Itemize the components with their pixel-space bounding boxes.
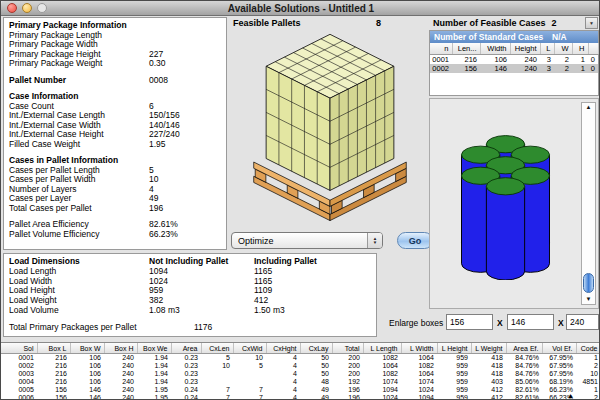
solution-row[interactable]: 0005156146240 1.950.2477 4491961094 1024… xyxy=(1,386,600,394)
solution-row[interactable]: 0006156146240 1.950.2477 4491961024 1094… xyxy=(1,394,600,400)
zoom-button[interactable] xyxy=(37,3,47,13)
info-value: 66.23% xyxy=(149,230,226,240)
load-row: Load Height 959 1109 xyxy=(9,286,376,296)
info-label: Pallet Volume Efficiency xyxy=(9,230,149,240)
info-value: 5 xyxy=(149,166,226,176)
info-row: Total Cases per Pallet 196 xyxy=(9,204,226,214)
enlarge-boxes-label: Enlarge boxes xyxy=(389,318,443,328)
load-row: Load Volume 1.08 m3 1.50 m3 xyxy=(9,306,376,316)
case-table-row[interactable]: 0001216 106240 32 10 xyxy=(430,55,598,65)
total-packages-row: Total Primary Packages per Pallet 1176 xyxy=(9,323,376,333)
chevron-down-icon: ▼ xyxy=(589,20,594,26)
info-value: 10 xyxy=(149,175,226,185)
solution-row[interactable]: 0003216106240 1.940.23 4502001082 106495… xyxy=(1,370,600,378)
info-row: Filled Case Weight 1.95 xyxy=(9,140,226,150)
standard-cases-header: Number of Standard Cases N/A xyxy=(430,31,598,43)
info-label: Total Cases per Pallet xyxy=(9,204,149,214)
load-value-incl: 1.50 m3 xyxy=(254,306,376,316)
solutions-header-row[interactable]: SolBox L Box WBox H Box WeArea CxLenCxWi… xyxy=(1,343,600,354)
pallet-3d-view xyxy=(234,29,426,233)
title-bar[interactable]: Available Solutions - Untitled 1 xyxy=(1,1,600,16)
feasible-cases-value: 2 xyxy=(546,18,562,28)
enlarge-height-input[interactable] xyxy=(507,314,554,330)
col-header-including: Including Pallet xyxy=(254,257,376,267)
case-table[interactable]: nLen... WidthHeight LW H 0001216 106240 … xyxy=(430,43,599,73)
enlarge-width-input[interactable] xyxy=(446,314,493,330)
load-value-incl: 1109 xyxy=(254,286,376,296)
case-3d-view xyxy=(448,127,563,280)
info-label: Primary Package Weight xyxy=(9,59,149,69)
info-value xyxy=(149,31,226,41)
feasible-cases-label: Number of Feasible Cases xyxy=(433,18,546,28)
sort-up-indicator-icon: ▲ xyxy=(567,392,574,399)
dimension-separator: X xyxy=(558,318,564,328)
pallet-number-label: Pallet Number xyxy=(9,76,149,86)
info-row: Primary Package Weight 0.30 xyxy=(9,59,226,69)
pallet-number-row: Pallet Number 0008 xyxy=(9,76,226,86)
minimize-button[interactable] xyxy=(22,3,32,13)
scroll-down-icon[interactable]: ▼ xyxy=(586,295,592,304)
case-table-row-selected[interactable]: 0002156 146240 32 10 xyxy=(430,64,598,73)
package-info-panel: Primary Package Information Primary Pack… xyxy=(3,17,227,250)
scrollbar-thumb[interactable] xyxy=(583,273,594,293)
standard-cases-value: N/A xyxy=(552,32,598,42)
scrollbar-track[interactable] xyxy=(582,112,595,295)
total-packages-value: 1176 xyxy=(194,323,212,333)
window-controls xyxy=(7,3,47,13)
info-value: 4 xyxy=(149,185,226,195)
feasible-pallets-count: 8 xyxy=(361,18,381,28)
window-title: Available Solutions - Untitled 1 xyxy=(228,3,374,14)
load-value-incl: 1165 xyxy=(254,277,376,287)
load-value-excl: 1024 xyxy=(149,277,254,287)
feasible-pallets-label: Feasible Pallets xyxy=(233,18,301,28)
solutions-table[interactable]: SolBox L Box WBox H Box WeArea CxLenCxWi… xyxy=(1,343,600,400)
load-row: Load Length 1094 1165 xyxy=(9,267,376,277)
solution-row[interactable]: 0004216106240 1.940.23 4481921074 107495… xyxy=(1,378,600,386)
dimension-separator: X xyxy=(497,318,503,328)
case-table-header-row[interactable]: nLen... WidthHeight LW H xyxy=(430,43,598,55)
enlarge-depth-input[interactable] xyxy=(566,314,599,330)
case-picture-panel: ▲ ▼ xyxy=(429,98,599,309)
load-value-excl: 959 xyxy=(149,286,254,296)
load-row: Load Weight 382 412 xyxy=(9,296,376,306)
info-value: 196 xyxy=(149,204,226,214)
load-value-excl: 1.08 m3 xyxy=(149,306,254,316)
load-value-incl: 1165 xyxy=(254,267,376,277)
solutions-table-panel: SolBox L Box WBox H Box WeArea CxLenCxWi… xyxy=(1,342,600,400)
case-view-scrollbar[interactable]: ▲ ▼ xyxy=(581,102,596,305)
optimize-dropdown[interactable]: Optimize ▲▼ xyxy=(231,232,383,249)
load-label: Load Volume xyxy=(9,306,149,316)
info-label: Filled Case Weight xyxy=(9,140,149,150)
total-packages-label: Total Primary Packages per Pallet xyxy=(9,323,194,333)
standard-cases-panel: Number of Standard Cases N/A nLen... Wid… xyxy=(429,30,599,96)
application-window: Available Solutions - Untitled 1 Primary… xyxy=(0,0,600,400)
close-button[interactable] xyxy=(7,3,17,13)
efficiency-row: Pallet Volume Efficiency 66.23% xyxy=(9,230,226,240)
info-value: 0.30 xyxy=(149,59,226,69)
load-dimensions-panel: Load Dimensions Not Including Pallet Inc… xyxy=(3,253,377,337)
scroll-up-icon[interactable]: ▲ xyxy=(586,103,592,112)
feasible-cases-dropdown-button[interactable]: ▼ xyxy=(585,17,598,29)
info-value: 1.95 xyxy=(149,140,226,150)
solution-row[interactable]: 0002216106240 1.940.23105 4502001064 108… xyxy=(1,362,600,370)
load-row: Load Width 1024 1165 xyxy=(9,277,376,287)
popup-stepper-icon: ▲▼ xyxy=(367,233,382,248)
solution-row[interactable]: 0001216106240 1.940.23510 4502001082 106… xyxy=(1,354,600,363)
go-button[interactable]: Go xyxy=(397,232,433,249)
optimize-dropdown-value: Optimize xyxy=(232,236,367,246)
pallet-number-value: 0008 xyxy=(149,76,226,86)
